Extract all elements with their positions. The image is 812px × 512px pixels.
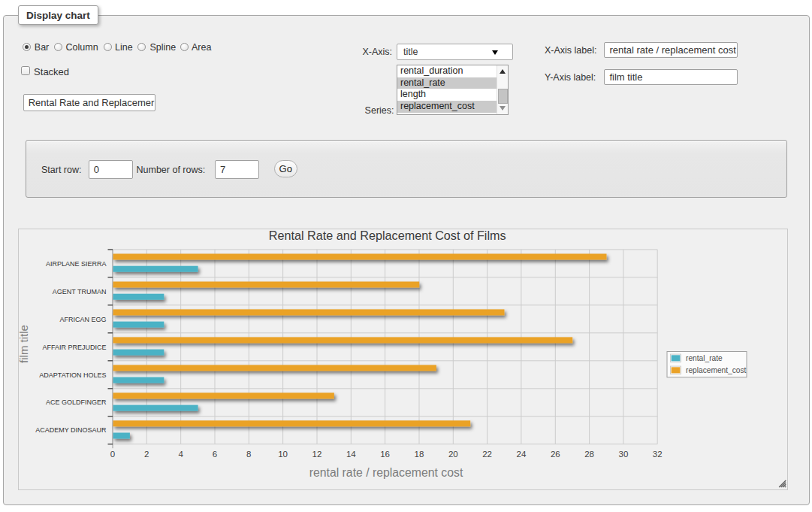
svg-text:rental rate / replacement cost: rental rate / replacement cost — [309, 466, 463, 479]
svg-text:16: 16 — [380, 450, 390, 459]
svg-text:28: 28 — [584, 450, 594, 459]
svg-text:replacement_cost: replacement_cost — [686, 365, 747, 374]
svg-text:2: 2 — [144, 450, 149, 459]
svg-text:AFRICAN EGG: AFRICAN EGG — [59, 315, 106, 323]
svg-text:14: 14 — [346, 450, 356, 459]
svg-text:AFFAIR PREJUDICE: AFFAIR PREJUDICE — [42, 343, 106, 350]
svg-text:24: 24 — [517, 450, 527, 459]
svg-text:ADAPTATION HOLES: ADAPTATION HOLES — [39, 371, 106, 378]
svg-text:32: 32 — [653, 450, 663, 459]
svg-text:30: 30 — [619, 450, 629, 459]
svg-text:8: 8 — [246, 450, 251, 459]
svg-text:film title: film title — [19, 325, 30, 363]
svg-text:Rental Rate and Replacement Co: Rental Rate and Replacement Cost of Film… — [269, 229, 506, 242]
svg-text:18: 18 — [415, 450, 424, 459]
svg-text:AIRPLANE SIERRA: AIRPLANE SIERRA — [46, 259, 107, 267]
svg-text:ACADEMY DINOSAUR: ACADEMY DINOSAUR — [35, 426, 107, 434]
svg-text:4: 4 — [178, 450, 183, 459]
svg-text:26: 26 — [551, 450, 560, 459]
svg-text:6: 6 — [213, 450, 217, 459]
svg-text:ACE GOLDFINGER: ACE GOLDFINGER — [46, 398, 107, 406]
svg-text:20: 20 — [448, 450, 458, 459]
svg-text:12: 12 — [312, 450, 322, 459]
svg-text:AGENT TRUMAN: AGENT TRUMAN — [53, 287, 107, 295]
svg-text:10: 10 — [278, 450, 288, 459]
svg-text:rental_rate: rental_rate — [686, 353, 723, 362]
svg-text:0: 0 — [110, 450, 115, 459]
svg-text:22: 22 — [482, 450, 492, 459]
